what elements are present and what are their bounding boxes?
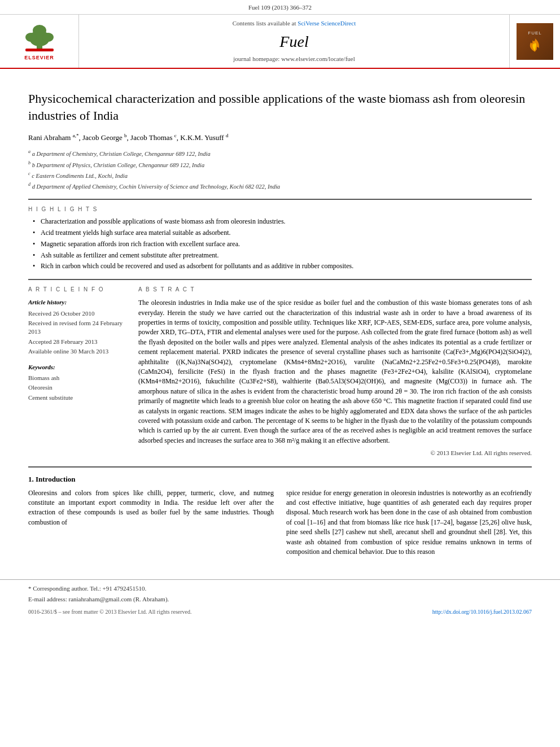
copyright-line: © 2013 Elsevier Ltd. All rights reserved… xyxy=(138,449,532,457)
article-history-title: Article history: xyxy=(28,298,127,307)
journal-info-center: Contents lists available at SciVerse Sci… xyxy=(79,15,509,68)
intro-text-col2: spice residue for energy generation in o… xyxy=(286,488,532,557)
list-item: Characterization and possible applicatio… xyxy=(33,217,532,226)
accepted-date: Accepted 28 February 2013 xyxy=(28,338,127,346)
svg-rect-5 xyxy=(25,49,54,51)
list-item: Magnetic separation affords iron rich fr… xyxy=(33,239,532,249)
authors-line: Rani Abraham a,*, Jacob George b, Jacob … xyxy=(28,132,532,143)
sciverse-link[interactable]: SciVerse ScienceDirect xyxy=(298,20,356,27)
list-item: Acid treatment yields high surface area … xyxy=(33,228,532,238)
intro-text-col1: Oleoresins and colors from spices like c… xyxy=(28,488,274,528)
elsevier-label: ELSEVIER xyxy=(24,54,54,62)
footer-bottom: 0016-2361/$ – see front matter © 2013 El… xyxy=(28,608,532,616)
contents-line: Contents lists available at SciVerse Sci… xyxy=(233,19,356,28)
affil-d: d d Department of Applied Chemistry, Coc… xyxy=(28,181,532,191)
keyword-2: Oleoresin xyxy=(28,383,127,392)
info-abstract-section: A R T I C L E I N F O Article history: R… xyxy=(28,286,532,457)
flame-icon xyxy=(525,34,545,54)
journal-header: ELSEVIER Contents lists available at Sci… xyxy=(0,15,560,69)
journal-name: Fuel xyxy=(279,30,308,53)
abstract-divider xyxy=(28,466,532,468)
highlights-list: Characterization and possible applicatio… xyxy=(28,217,532,271)
doi-link[interactable]: http://dx.doi.org/10.1016/j.fuel.2013.02… xyxy=(432,609,532,615)
authors-text: Rani Abraham a,*, Jacob George b, Jacob … xyxy=(28,133,228,142)
received-date: Received 26 October 2010 xyxy=(28,309,127,318)
article-info-label: A R T I C L E I N F O xyxy=(28,286,127,294)
affil-a: a a Department of Chemistry, Christian C… xyxy=(28,148,532,158)
introduction-section: 1. Introduction Oleoresins and colors fr… xyxy=(28,474,532,557)
intro-heading: 1. Introduction xyxy=(28,474,532,484)
intro-col1: Oleoresins and colors from spices like c… xyxy=(28,488,274,557)
online-date: Available online 30 March 2013 xyxy=(28,347,127,356)
issn-line: 0016-2361/$ – see front matter © 2013 El… xyxy=(28,608,191,616)
header-divider xyxy=(28,199,532,200)
fuel-logo-image xyxy=(524,36,546,53)
keyword-1: Biomass ash xyxy=(28,374,127,382)
page-wrapper: Fuel 109 (2013) 366–372 ELSEVIER Content… xyxy=(0,0,560,621)
abstract-col: A B S T R A C T The oleoresin industries… xyxy=(138,286,532,457)
list-item: Rich in carbon which could be recovered … xyxy=(33,261,532,271)
highlights-label: H I G H L I G H T S xyxy=(28,206,532,213)
svg-point-4 xyxy=(33,25,46,36)
fuel-logo-box: FUEL xyxy=(517,23,553,60)
journal-homepage: journal homepage: www.elsevier.com/locat… xyxy=(233,55,355,63)
keyword-3: Cement substitute xyxy=(28,394,127,402)
main-content: Physicochemical characterization and pos… xyxy=(0,69,560,568)
revised-date: Received in revised form 24 February 201… xyxy=(28,319,127,337)
abstract-label: A B S T R A C T xyxy=(138,286,532,294)
fuel-logo-area: FUEL xyxy=(509,15,560,68)
highlights-divider xyxy=(28,279,532,280)
highlights-section: H I G H L I G H T S Characterization and… xyxy=(28,206,532,271)
citation-text: Fuel 109 (2013) 366–372 xyxy=(248,4,312,11)
doi-line: http://dx.doi.org/10.1016/j.fuel.2013.02… xyxy=(432,608,532,616)
citation-bar: Fuel 109 (2013) 366–372 xyxy=(0,0,560,15)
intro-body: Oleoresins and colors from spices like c… xyxy=(28,488,532,557)
footer-area: * Corresponding author. Tel.: +91 479245… xyxy=(0,579,560,621)
article-info-col: A R T I C L E I N F O Article history: R… xyxy=(28,286,127,457)
keywords-title: Keywords: xyxy=(28,363,127,372)
publisher-logo-area: ELSEVIER xyxy=(0,15,79,68)
affiliations: a a Department of Chemistry, Christian C… xyxy=(28,148,532,191)
affil-b: b b Department of Physics, Christian Col… xyxy=(28,160,532,169)
abstract-text: The oleoresin industries in India make u… xyxy=(138,298,532,445)
email-footnote: E-mail address: raniahraham@gmail.com (R… xyxy=(28,595,532,604)
affil-c: c c Eastern Condiments Ltd., Kochi, Indi… xyxy=(28,171,532,180)
intro-col2: spice residue for energy generation in o… xyxy=(286,488,532,557)
article-title: Physicochemical characterization and pos… xyxy=(28,90,532,124)
list-item: Ash suitable as fertilizer and cement su… xyxy=(33,251,532,260)
elsevier-tree-icon xyxy=(17,21,62,53)
corresponding-footnote: * Corresponding author. Tel.: +91 479245… xyxy=(28,584,532,593)
